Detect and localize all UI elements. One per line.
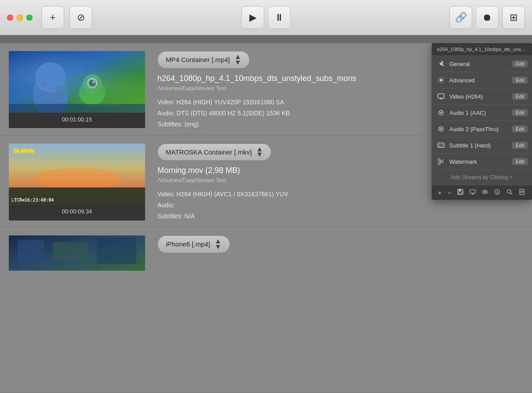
toolbar-screen[interactable] <box>468 188 477 197</box>
toolbar-document[interactable] <box>517 188 527 197</box>
dropdown-item-audio2[interactable]: Audio 2 (PassThru) Edit <box>432 121 532 137</box>
wrench-icon <box>436 59 446 69</box>
thumbnail-image-1 <box>9 51 145 113</box>
svg-point-1 <box>33 73 68 113</box>
thumbnail-image-3 <box>9 235 145 271</box>
svg-point-2 <box>35 62 66 93</box>
container-label-3: iPhone6 [.mp4] <box>166 240 210 248</box>
svg-rect-24 <box>470 190 475 193</box>
svg-point-9 <box>89 80 96 87</box>
top-strip <box>0 35 532 43</box>
svg-rect-0 <box>9 51 145 113</box>
svg-point-4 <box>55 86 59 91</box>
toolbar-eye[interactable] <box>480 188 490 197</box>
gallery-button[interactable]: ⊞ <box>502 6 525 29</box>
file-audio-2: Audio: <box>157 201 523 210</box>
svg-point-25 <box>484 191 486 193</box>
svg-rect-35 <box>18 240 44 262</box>
selector-arrow-3: ▲▼ <box>215 239 222 250</box>
playback-controls: ▶ ⏸ <box>241 6 291 29</box>
file-info-3: iPhone6 [.mp4] ▲▼ <box>145 235 523 258</box>
dropdown-toolbar: + − <box>432 185 532 200</box>
add-button[interactable]: + <box>41 6 64 29</box>
container-label-2: MATROSKA Container [.mkv] <box>166 148 252 156</box>
record-button[interactable]: ⏺ <box>476 6 499 29</box>
svg-rect-36 <box>53 242 88 260</box>
dropdown-item-advanced[interactable]: Advanced Edit <box>432 72 532 88</box>
pause-button[interactable]: ⏸ <box>268 6 291 29</box>
edit-button-audio2[interactable]: Edit <box>512 125 528 132</box>
edit-button-watermark[interactable]: Edit <box>512 158 528 165</box>
svg-rect-22 <box>459 189 461 191</box>
container-selector-1[interactable]: MP4 Container [.mp4] ▲▼ <box>157 51 250 69</box>
edit-button-audio1[interactable]: Edit <box>512 109 528 116</box>
file-title-2: Morning.mov (2,98 MB) <box>157 166 377 175</box>
thumbnail-image-2: GL004b LTCR≡16:23:40:04 <box>9 143 145 205</box>
thumbnail-3[interactable] <box>9 235 145 271</box>
container-label-1: MP4 Container [.mp4] <box>166 56 230 63</box>
svg-point-7 <box>83 74 102 94</box>
svg-text:GL004b: GL004b <box>13 148 34 154</box>
dropdown-item-general[interactable]: General Edit <box>432 56 532 72</box>
toolbar-remove[interactable]: − <box>446 188 453 197</box>
toolbar-add[interactable]: + <box>436 188 443 197</box>
dropdown-footer: Add Streams by Clicking + <box>432 170 532 185</box>
play-button[interactable]: ▶ <box>241 6 264 29</box>
svg-point-5 <box>46 91 49 95</box>
cancel-button[interactable]: ⊘ <box>69 6 92 29</box>
dropdown-item-audio1[interactable]: Audio 1 (AAC) Edit <box>432 105 532 121</box>
timestamp-1: 00:01:00.15 <box>9 114 145 124</box>
close-button[interactable] <box>7 15 13 21</box>
item-label-audio1: Audio 1 (AAC) <box>449 110 512 116</box>
traffic-lights <box>7 15 33 21</box>
minimize-button[interactable] <box>17 15 23 21</box>
monitor-icon <box>436 92 446 101</box>
toolbar-search[interactable] <box>505 188 514 197</box>
thumbnail-1[interactable]: 00:01:00.15 <box>9 51 145 128</box>
audio2-icon <box>436 124 446 134</box>
edit-button-general[interactable]: Edit <box>512 60 528 67</box>
dropdown-item-video[interactable]: Video (H264) Edit <box>432 88 532 105</box>
toolbar-save[interactable] <box>455 188 465 197</box>
svg-point-12 <box>440 79 442 81</box>
edit-button-subtitle[interactable]: Edit <box>512 142 528 149</box>
container-selector-2[interactable]: MATROSKA Container [.mkv] ▲▼ <box>157 143 271 161</box>
svg-point-8 <box>87 78 98 88</box>
container-selector-3[interactable]: iPhone6 [.mp4] ▲▼ <box>157 235 230 253</box>
item-label-advanced: Advanced <box>449 77 512 84</box>
advanced-edit-panel: h264_1080p_hp_4.1_10mbps_dts_unsty... Ge… <box>432 43 532 200</box>
file-subtitles-2: Subtitles: N/A <box>157 212 523 221</box>
subtitle-icon <box>436 140 446 150</box>
edit-button-video[interactable]: Edit <box>512 93 528 100</box>
item-label-video: Video (H264) <box>449 93 512 100</box>
thumbnail-2[interactable]: GL004b LTCR≡16:23:40:04 00:00:09.34 <box>9 143 145 220</box>
toolbar-info[interactable] <box>492 188 502 197</box>
dropdown-item-watermark[interactable]: Watermark Edit <box>432 154 532 170</box>
link-button[interactable]: 🔗 <box>449 6 472 29</box>
file-title-1: h264_1080p_hp_4.1_10mbps_dts_unstyled_su… <box>157 74 377 83</box>
maximize-button[interactable] <box>26 15 33 21</box>
svg-rect-13 <box>438 94 444 98</box>
dropdown-header: h264_1080p_hp_4.1_10mbps_dts_unsty... <box>432 43 532 56</box>
svg-rect-18 <box>438 143 444 147</box>
svg-rect-37 <box>97 238 136 264</box>
selector-arrow-1: ▲▼ <box>234 54 241 66</box>
svg-point-10 <box>92 81 95 83</box>
svg-point-6 <box>79 81 106 105</box>
svg-rect-11 <box>9 104 145 113</box>
dropdown-item-subtitle[interactable]: Subtitle 1 (Hard) Edit <box>432 137 532 154</box>
file-row-1: 00:01:00.15 MP4 Container [.mp4] ▲▼ h264… <box>0 43 532 136</box>
svg-point-19 <box>438 162 441 165</box>
svg-rect-31 <box>9 187 145 205</box>
svg-text:LTCR≡16:23:40:04: LTCR≡16:23:40:04 <box>11 198 54 202</box>
timestamp-2: 00:00:09.34 <box>9 207 145 217</box>
svg-point-20 <box>438 159 441 161</box>
item-label-general: General <box>449 61 512 67</box>
gear-icon <box>436 75 446 85</box>
edit-button-advanced[interactable]: Edit <box>512 77 528 84</box>
svg-point-3 <box>41 81 47 87</box>
svg-point-15 <box>440 112 442 114</box>
scissors-icon <box>436 157 446 166</box>
selector-arrow-2: ▲▼ <box>256 147 263 158</box>
item-label-watermark: Watermark <box>449 158 512 165</box>
